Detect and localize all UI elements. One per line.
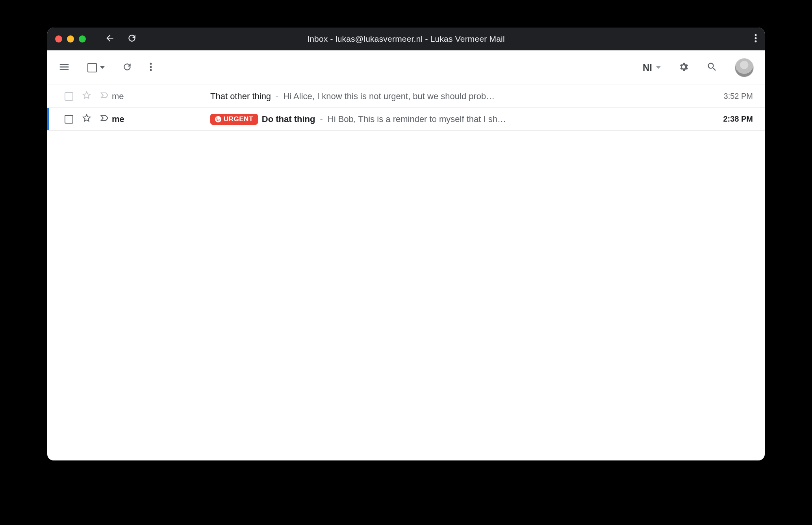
sender: me [112,91,210,102]
back-icon[interactable] [105,33,115,45]
clock-icon [215,116,221,122]
message-summary: URGENT Do that thing - Hi Bob, This is a… [210,114,703,125]
row-icons [82,113,109,125]
titlebar: Inbox - lukas@lukasvermeer.nl - Lukas Ve… [47,28,765,50]
row-icons [82,91,109,102]
mail-toolbar: NI [47,50,765,85]
snippet: Hi Bob, This is a reminder to myself tha… [328,114,506,124]
settings-icon[interactable] [678,61,689,74]
checkbox-icon [87,63,97,72]
main-menu-icon[interactable] [58,61,70,74]
star-icon[interactable] [82,91,91,102]
svg-point-5 [150,69,152,71]
timestamp: 3:52 PM [710,92,753,101]
snippet: Hi Alice, I know this is not urgent, but… [283,91,495,102]
maximize-window-button[interactable] [79,35,86,43]
subject: Do that thing [262,114,315,124]
separator: - [276,91,278,102]
svg-point-4 [150,66,152,68]
window-controls [55,35,86,43]
subject: That other thing [210,91,271,102]
refresh-icon[interactable] [122,62,132,74]
message-list: me That other thing - Hi Alice, I know t… [47,85,765,131]
select-all-checkbox[interactable] [87,63,105,72]
label-text: URGENT [224,115,253,123]
important-icon[interactable] [100,113,109,125]
svg-point-2 [755,41,757,43]
row-checkbox[interactable] [65,92,73,101]
account-avatar[interactable] [735,58,754,77]
svg-point-1 [755,37,757,39]
reload-icon[interactable] [127,33,137,45]
message-summary: That other thing - Hi Alice, I know this… [210,91,703,102]
row-checkbox[interactable] [65,115,73,124]
browser-nav [105,33,137,45]
titlebar-overflow-icon[interactable] [755,34,757,44]
chevron-down-icon [656,66,661,69]
chevron-down-icon [100,66,105,69]
window-title: Inbox - lukas@lukasvermeer.nl - Lukas Ve… [307,34,505,44]
svg-point-3 [150,63,152,65]
input-tools-button[interactable]: NI [643,62,661,73]
search-icon[interactable] [706,61,717,74]
label-urgent[interactable]: URGENT [210,114,258,125]
app-window: Inbox - lukas@lukasvermeer.nl - Lukas Ve… [47,28,765,460]
input-tools-label: NI [643,62,652,73]
more-actions-icon[interactable] [150,62,152,73]
toolbar-right: NI [643,58,754,77]
timestamp: 2:38 PM [710,115,753,124]
sender: me [112,114,210,124]
minimize-window-button[interactable] [67,35,74,43]
important-icon[interactable] [100,91,109,102]
star-icon[interactable] [82,113,91,125]
toolbar-left [58,61,152,74]
separator: - [320,114,323,124]
message-row[interactable]: me That other thing - Hi Alice, I know t… [47,85,765,108]
message-row[interactable]: me URGENT Do that thing - Hi Bob, This i… [47,108,765,131]
close-window-button[interactable] [55,35,62,43]
svg-point-0 [755,34,757,36]
